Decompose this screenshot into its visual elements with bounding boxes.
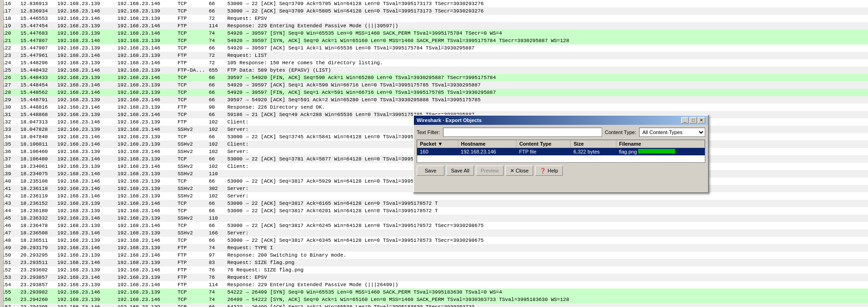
- export-objects-dialog: Wireshark · Export Objects _ □ ✕ Text Fi…: [413, 115, 709, 193]
- table-row[interactable]: 15020.293295192.168.23.139192.168.23.146…: [0, 252, 868, 259]
- table-row[interactable]: 13015.448816192.168.23.146192.168.23.139…: [0, 104, 868, 111]
- table-row[interactable]: 11815.446553192.168.23.146192.168.23.139…: [0, 15, 868, 22]
- table-row[interactable]: 12715.448454192.168.23.146192.168.23.139…: [0, 81, 868, 89]
- content-type-select[interactable]: All Content-Typesapplication/octet-strea…: [639, 128, 705, 137]
- help-button[interactable]: ❓ Help: [535, 166, 563, 176]
- button-row: Save Save All Preview ✕ Close ❓ Help: [417, 166, 705, 176]
- packet-list: 11612.836913192.168.23.139192.168.23.146…: [0, 0, 868, 307]
- content-type-label: Content Type:: [605, 129, 636, 135]
- column-header[interactable]: Content Type: [516, 140, 571, 148]
- table-row[interactable]: 12115.447867192.168.23.146192.168.23.139…: [0, 37, 868, 44]
- save-all-button[interactable]: Save All: [446, 166, 474, 176]
- text-filter-input[interactable]: [443, 128, 602, 137]
- column-header[interactable]: Packet ▼: [417, 140, 458, 148]
- text-filter-label: Text Filter:: [417, 129, 440, 135]
- table-row[interactable]: 15323.293857192.168.23.146192.168.23.139…: [0, 274, 868, 281]
- table-row[interactable]: 15723.294395192.168.23.146192.168.23.139…: [0, 303, 868, 307]
- table-row[interactable]: 14618.236478192.168.23.139192.168.23.146…: [0, 222, 868, 229]
- table-row[interactable]: 15523.293982192.168.23.146192.168.23.139…: [0, 289, 868, 296]
- resize-handle[interactable]: [0, 0, 4, 307]
- table-row[interactable]: 12015.447683192.168.23.139192.168.23.146…: [0, 30, 868, 37]
- dialog-titlebar: Wireshark · Export Objects _ □ ✕: [414, 116, 708, 125]
- table-row[interactable]: 14920.293179192.168.23.146192.168.23.139…: [0, 244, 868, 252]
- table-row[interactable]: 12615.448433192.168.23.139192.168.23.146…: [0, 74, 868, 81]
- table-row[interactable]: 14518.236332192.168.23.146192.168.23.139…: [0, 215, 868, 222]
- table-row[interactable]: 12815.448562192.168.23.146192.168.23.139…: [0, 89, 868, 96]
- column-header[interactable]: Filename: [616, 140, 704, 148]
- table-row[interactable]: 14318.236152192.168.23.139192.168.23.146…: [0, 200, 868, 207]
- table-row[interactable]: 11612.836913192.168.23.139192.168.23.146…: [0, 0, 868, 7]
- table-row[interactable]: 14218.236119192.168.23.146192.168.23.139…: [0, 192, 868, 200]
- table-row[interactable]: 12515.448432192.168.23.146192.168.23.139…: [0, 67, 868, 74]
- table-row[interactable]: 15623.294260192.168.23.139192.168.23.146…: [0, 296, 868, 303]
- table-row[interactable]: 12215.447907192.168.23.139192.168.23.146…: [0, 44, 868, 52]
- dialog-body: Text Filter: Content Type: All Content-T…: [414, 125, 708, 178]
- table-row[interactable]: 12915.448791192.168.23.139192.168.23.146…: [0, 96, 868, 104]
- table-row[interactable]: 15123.293511192.168.23.146192.168.23.139…: [0, 259, 868, 266]
- table-row[interactable]: 15423.293857192.168.23.139192.168.23.146…: [0, 281, 868, 289]
- dialog-maximize-button[interactable]: □: [689, 117, 697, 123]
- table-row[interactable]: 14718.236508192.168.23.146192.168.23.139…: [0, 229, 868, 237]
- table-row[interactable]: 14418.236180192.168.23.139192.168.23.146…: [0, 207, 868, 215]
- table-row[interactable]: 12315.447961192.168.23.146192.168.23.139…: [0, 52, 868, 59]
- filter-row: Text Filter: Content Type: All Content-T…: [417, 128, 705, 137]
- dialog-minimize-button[interactable]: _: [681, 117, 689, 123]
- save-button[interactable]: Save: [417, 166, 444, 176]
- progress-bar: [638, 149, 675, 154]
- dialog-title: Wireshark · Export Objects: [417, 117, 482, 123]
- table-row[interactable]: 15223.293602192.168.23.139192.168.23.146…: [0, 266, 868, 274]
- dialog-close-button[interactable]: ✕: [698, 117, 705, 123]
- close-button[interactable]: ✕ Close: [505, 166, 533, 176]
- dialog-table: Packet ▼HostnameContent TypeSizeFilename…: [417, 140, 705, 155]
- column-header[interactable]: Hostname: [458, 140, 516, 148]
- table-row[interactable]: 12415.448296192.168.23.139192.168.23.146…: [0, 59, 868, 67]
- column-header[interactable]: Size: [571, 140, 616, 148]
- preview-button[interactable]: Preview: [476, 166, 504, 176]
- dialog-table-row[interactable]: 160192.168.23.146FTP file6,322 bytesflag…: [417, 148, 705, 156]
- dialog-table-container: Packet ▼HostnameContent TypeSizeFilename…: [417, 140, 705, 163]
- table-row[interactable]: 11915.447454192.168.23.139192.168.23.146…: [0, 22, 868, 30]
- table-row[interactable]: 11712.836934192.168.23.146192.168.23.139…: [0, 7, 868, 15]
- table-row[interactable]: 14818.236511192.168.23.139192.168.23.146…: [0, 237, 868, 244]
